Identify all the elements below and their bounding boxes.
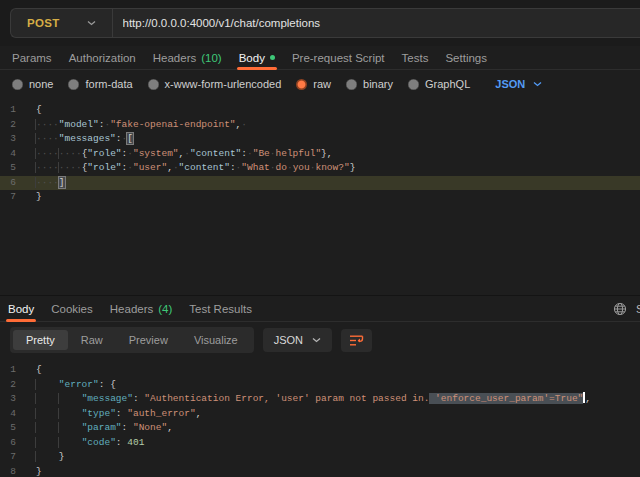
view-visualize[interactable]: Visualize	[181, 330, 251, 350]
wrap-lines-button[interactable]	[341, 329, 372, 352]
response-tabs: BodyCookiesHeaders(4)Test Results	[8, 296, 252, 321]
mode-label: raw	[313, 78, 331, 90]
tab-label: Headers	[110, 303, 153, 315]
tab-settings[interactable]: Settings	[445, 46, 487, 69]
line-number: 3	[0, 132, 16, 147]
code-line[interactable]: 6····]	[0, 176, 640, 191]
tab-label: Body	[239, 52, 265, 64]
tab-params[interactable]: Params	[12, 46, 52, 69]
tab-label: Authorization	[69, 52, 136, 64]
code-line[interactable]: 3 "message": "Authentication Error, 'use…	[0, 392, 640, 407]
response-tab-body[interactable]: Body	[8, 296, 34, 321]
code-text: ····"model":·"fake-openai-endpoint",·	[36, 118, 247, 133]
body-mode-binary[interactable]: binary	[346, 78, 393, 90]
language-label: JSON	[495, 78, 525, 90]
unsaved-dot-icon	[270, 55, 275, 60]
response-body-editor[interactable]: 1{2 "error": {3 "message": "Authenticati…	[0, 358, 640, 477]
code-line[interactable]: 1{	[0, 363, 640, 378]
response-tab-cookies[interactable]: Cookies	[51, 296, 93, 321]
url-bar: POST	[10, 8, 640, 38]
tab-tests[interactable]: Tests	[402, 46, 429, 69]
body-mode-raw[interactable]: raw	[296, 78, 331, 90]
line-number: 7	[0, 190, 16, 205]
code-line[interactable]: 2····"model":·"fake-openai-endpoint",·	[0, 118, 640, 133]
body-mode-form-data[interactable]: form-data	[68, 78, 132, 90]
line-number: 6	[0, 176, 16, 191]
radio-icon	[408, 79, 419, 90]
response-view-toolbar: PrettyRawPreviewVisualize JSON	[0, 322, 640, 358]
code-line[interactable]: 7 }	[0, 450, 640, 465]
response-section: BodyCookiesHeaders(4)Test Results S Pret…	[0, 295, 640, 477]
method-select[interactable]: POST	[11, 9, 112, 37]
code-text: ········{"role":·"user",·"content":·"Wha…	[36, 161, 355, 176]
code-line[interactable]: 4 "type": "auth_error",	[0, 407, 640, 422]
code-line[interactable]: 3····"messages":·[	[0, 132, 640, 147]
tab-label: Params	[12, 52, 52, 64]
tab-count: (10)	[201, 52, 221, 64]
format-select[interactable]: JSON	[263, 328, 332, 352]
tab-label: Cookies	[51, 303, 93, 315]
code-line[interactable]: 5 "param": "None",	[0, 421, 640, 436]
tab-label: Settings	[445, 52, 487, 64]
code-line[interactable]: 6 "code": 401	[0, 436, 640, 451]
response-header: BodyCookiesHeaders(4)Test Results S	[0, 296, 640, 322]
mode-label: none	[29, 78, 53, 90]
line-number: 7	[0, 450, 16, 465]
body-mode-x-www-form-urlencoded[interactable]: x-www-form-urlencoded	[148, 78, 282, 90]
code-line[interactable]: 1{	[0, 103, 640, 118]
method-label: POST	[27, 17, 60, 29]
body-mode-graphql[interactable]: GraphQL	[408, 78, 470, 90]
response-tab-headers[interactable]: Headers(4)	[110, 296, 173, 321]
chevron-down-icon	[87, 20, 96, 26]
body-mode-row: noneform-datax-www-form-urlencodedrawbin…	[0, 70, 640, 98]
code-text: "message": "Authentication Error, 'user'…	[36, 392, 591, 407]
code-text: }	[36, 190, 42, 205]
tab-label: Test Results	[189, 303, 252, 315]
wrap-lines-icon	[349, 334, 364, 347]
code-line[interactable]: 8}	[0, 465, 640, 477]
code-line[interactable]: 5········{"role":·"user",·"content":·"Wh…	[0, 161, 640, 176]
line-number: 2	[0, 118, 16, 133]
line-number: 5	[0, 421, 16, 436]
code-line[interactable]: 4········{"role":·"system",·"content":·"…	[0, 147, 640, 162]
code-line[interactable]: 2 "error": {	[0, 378, 640, 393]
radio-icon	[346, 79, 357, 90]
request-body-editor[interactable]: 1{2····"model":·"fake-openai-endpoint",·…	[0, 98, 640, 295]
line-number: 6	[0, 436, 16, 451]
response-tab-test-results[interactable]: Test Results	[189, 296, 252, 321]
clipped-save-response-text[interactable]: S	[636, 303, 640, 315]
code-text: ····]	[36, 176, 65, 191]
tab-pre-request-script[interactable]: Pre-request Script	[292, 46, 385, 69]
view-preview[interactable]: Preview	[116, 330, 181, 350]
url-input[interactable]	[113, 17, 640, 29]
code-text: "code": 401	[36, 436, 144, 451]
radio-icon	[148, 79, 159, 90]
line-number: 5	[0, 161, 16, 176]
code-text: ····"messages":·[	[36, 132, 133, 147]
tab-authorization[interactable]: Authorization	[69, 46, 136, 69]
language-select[interactable]: JSON	[495, 78, 542, 90]
code-text: "type": "auth_error",	[36, 407, 201, 422]
view-pretty[interactable]: Pretty	[13, 330, 68, 350]
view-switcher: PrettyRawPreviewVisualize	[10, 327, 254, 353]
tab-label: Pre-request Script	[292, 52, 385, 64]
request-tabs: ParamsAuthorizationHeaders(10)BodyPre-re…	[0, 46, 640, 70]
code-text: ········{"role":·"system",·"content":·"B…	[36, 147, 333, 162]
code-text: {	[36, 363, 42, 378]
globe-icon[interactable]	[613, 302, 627, 316]
view-raw[interactable]: Raw	[68, 330, 116, 350]
code-line[interactable]: 7}	[0, 190, 640, 205]
format-label: JSON	[274, 334, 303, 346]
code-text: "param": "None",	[36, 421, 173, 436]
tab-headers[interactable]: Headers(10)	[153, 46, 222, 69]
mode-label: form-data	[85, 78, 132, 90]
body-mode-none[interactable]: none	[12, 78, 53, 90]
line-number: 1	[0, 363, 16, 378]
line-number: 2	[0, 378, 16, 393]
tab-body[interactable]: Body	[239, 46, 275, 69]
line-number: 8	[0, 465, 16, 477]
code-text: {	[36, 103, 42, 118]
mode-label: x-www-form-urlencoded	[165, 78, 282, 90]
tab-count: (4)	[158, 303, 172, 315]
mode-label: GraphQL	[425, 78, 470, 90]
